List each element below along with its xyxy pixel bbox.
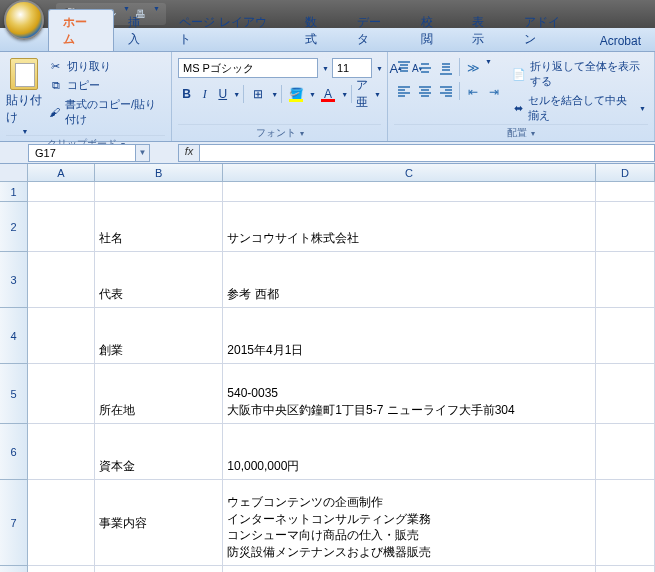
cell[interactable]: 参考 西都 xyxy=(223,252,595,307)
align-center-button[interactable] xyxy=(415,82,435,102)
cell[interactable] xyxy=(28,202,95,251)
row-header-6[interactable]: 6 xyxy=(0,424,28,480)
cell[interactable]: 社名 xyxy=(95,202,223,251)
tab-acrobat[interactable]: Acrobat xyxy=(586,30,655,51)
fx-button[interactable]: fx xyxy=(178,144,200,162)
align-middle-button[interactable] xyxy=(415,58,435,78)
font-size-dropdown-icon[interactable]: ▼ xyxy=(376,65,383,72)
align-right-button[interactable] xyxy=(436,82,456,102)
format-painter-button[interactable]: 🖌 書式のコピー/貼り付け xyxy=(47,96,165,128)
underline-button[interactable]: U xyxy=(214,84,231,104)
border-button[interactable]: ⊞ xyxy=(247,84,269,104)
border-dropdown-icon[interactable]: ▼ xyxy=(271,91,278,98)
tab-data[interactable]: データ xyxy=(343,10,407,51)
formula-input[interactable] xyxy=(200,144,655,162)
cell[interactable] xyxy=(596,252,655,307)
col-header-D[interactable]: D xyxy=(596,164,655,182)
cell[interactable] xyxy=(223,566,595,572)
office-button[interactable] xyxy=(4,0,44,40)
cell[interactable] xyxy=(28,308,95,363)
wrap-icon: 📄 xyxy=(512,67,526,81)
cell[interactable]: 540-0035 大阪市中央区釣鐘町1丁目5-7 ニューライフ大手前304 xyxy=(223,364,595,423)
align-top-button[interactable] xyxy=(394,58,414,78)
cell[interactable]: 所在地 xyxy=(95,364,223,423)
font-size-select[interactable] xyxy=(332,58,372,78)
cut-button[interactable]: ✂ 切り取り xyxy=(47,58,165,75)
font-color-dropdown-icon[interactable]: ▼ xyxy=(341,91,348,98)
tab-home[interactable]: ホーム xyxy=(48,9,114,51)
row-header-4[interactable]: 4 xyxy=(0,308,28,364)
copy-button[interactable]: ⧉ コピー xyxy=(47,77,165,94)
cell[interactable]: サンコウサイト株式会社 xyxy=(223,202,595,251)
align-left-button[interactable] xyxy=(394,82,414,102)
phonetic-dropdown-icon[interactable]: ▼ xyxy=(374,91,381,98)
tab-page-layout[interactable]: ページ レイアウト xyxy=(165,10,291,51)
italic-button[interactable]: I xyxy=(196,84,213,104)
orientation-dropdown-icon[interactable]: ▼ xyxy=(485,58,492,78)
cell[interactable]: 創業 xyxy=(95,308,223,363)
col-header-A[interactable]: A xyxy=(28,164,95,182)
cell[interactable] xyxy=(95,566,223,572)
tab-view[interactable]: 表示 xyxy=(458,10,510,51)
cell[interactable] xyxy=(596,566,655,572)
row-header-8[interactable]: 8 xyxy=(0,566,28,572)
table-row: 代表 参考 西都 xyxy=(28,252,655,308)
ribbon: 貼り付け ▼ ✂ 切り取り ⧉ コピー 🖌 書式のコピー/貼り付け クリップボー… xyxy=(0,52,655,142)
cell[interactable] xyxy=(596,202,655,251)
align-bottom-button[interactable] xyxy=(436,58,456,78)
fill-color-button[interactable]: 🪣 xyxy=(285,84,307,104)
cell[interactable] xyxy=(596,182,655,201)
row-header-1[interactable]: 1 xyxy=(0,182,28,202)
merge-dropdown-icon[interactable]: ▼ xyxy=(639,105,646,112)
tab-formula[interactable]: 数式 xyxy=(291,10,343,51)
cell[interactable] xyxy=(28,566,95,572)
cell[interactable] xyxy=(28,480,95,565)
row-header-5[interactable]: 5 xyxy=(0,364,28,424)
group-clipboard: 貼り付け ▼ ✂ 切り取り ⧉ コピー 🖌 書式のコピー/貼り付け クリップボー… xyxy=(0,52,172,141)
cell[interactable]: 10,000,000円 xyxy=(223,424,595,479)
font-name-dropdown-icon[interactable]: ▼ xyxy=(322,65,329,72)
name-box[interactable] xyxy=(28,144,136,162)
cell[interactable]: 代表 xyxy=(95,252,223,307)
row-header-2[interactable]: 2 xyxy=(0,202,28,252)
col-header-B[interactable]: B xyxy=(95,164,223,182)
phonetic-button[interactable]: ア亜 xyxy=(355,84,372,104)
name-box-dropdown-icon[interactable]: ▼ xyxy=(136,144,150,162)
table-row: 創業 2015年4月1日 xyxy=(28,308,655,364)
select-all-corner[interactable] xyxy=(0,164,28,182)
row-header-7[interactable]: 7 xyxy=(0,480,28,566)
copy-label: コピー xyxy=(67,78,100,93)
merge-center-button[interactable]: ⬌ セルを結合して中央揃え ▼ xyxy=(510,92,648,124)
font-color-button[interactable]: A xyxy=(317,84,339,104)
cell[interactable] xyxy=(28,424,95,479)
font-name-select[interactable] xyxy=(178,58,318,78)
tab-insert[interactable]: 挿入 xyxy=(114,10,166,51)
fill-dropdown-icon[interactable]: ▼ xyxy=(309,91,316,98)
paste-button[interactable]: 貼り付け ▼ xyxy=(6,58,43,135)
increase-indent-button[interactable]: ⇥ xyxy=(484,82,504,102)
tab-review[interactable]: 校閲 xyxy=(407,10,459,51)
cell[interactable] xyxy=(223,182,595,201)
cell[interactable]: ウェブコンテンツの企画制作 インターネットコンサルティング業務 コンシューマ向け… xyxy=(223,480,595,565)
underline-dropdown-icon[interactable]: ▼ xyxy=(233,91,240,98)
cell[interactable] xyxy=(28,364,95,423)
cell[interactable]: 資本金 xyxy=(95,424,223,479)
tab-addin[interactable]: アドイン xyxy=(510,10,585,51)
copy-icon: ⧉ xyxy=(49,79,63,93)
cell[interactable] xyxy=(28,182,95,201)
cell[interactable]: 2015年4月1日 xyxy=(223,308,595,363)
orientation-button[interactable]: ≫ xyxy=(463,58,483,78)
cell[interactable] xyxy=(596,308,655,363)
cell[interactable] xyxy=(596,480,655,565)
cell[interactable]: 事業内容 xyxy=(95,480,223,565)
cell[interactable] xyxy=(95,182,223,201)
bold-button[interactable]: B xyxy=(178,84,195,104)
row-header-3[interactable]: 3 xyxy=(0,252,28,308)
cell[interactable] xyxy=(596,424,655,479)
col-header-C[interactable]: C xyxy=(223,164,596,182)
cell[interactable] xyxy=(596,364,655,423)
decrease-indent-button[interactable]: ⇤ xyxy=(463,82,483,102)
cell[interactable] xyxy=(28,252,95,307)
paste-dropdown-icon[interactable]: ▼ xyxy=(21,128,28,135)
wrap-text-button[interactable]: 📄 折り返して全体を表示する xyxy=(510,58,648,90)
